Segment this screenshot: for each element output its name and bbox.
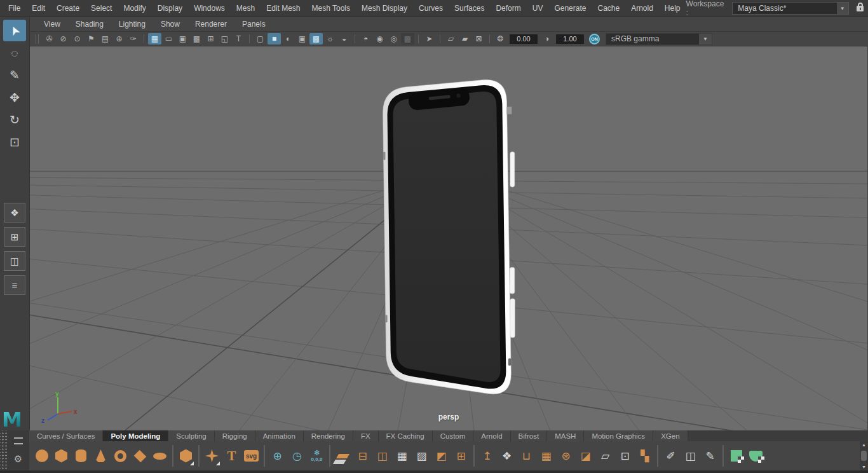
select-camera-icon[interactable]: ✇ bbox=[43, 33, 56, 45]
depth-of-field-icon[interactable]: ▩ bbox=[401, 33, 414, 45]
image-plane-icon[interactable]: ▤ bbox=[98, 33, 112, 45]
poly-cone-icon[interactable] bbox=[91, 443, 111, 469]
shelf-tab-motion-graphics[interactable]: Motion Graphics bbox=[584, 430, 653, 441]
safe-title-icon[interactable]: T bbox=[232, 33, 245, 45]
duplicate-face-icon[interactable]: ▱ bbox=[595, 443, 615, 469]
menu-mesh-display[interactable]: Mesh Display bbox=[356, 0, 413, 17]
grease-pencil-icon[interactable]: ✑ bbox=[126, 33, 140, 45]
smooth-icon[interactable]: ▦ bbox=[392, 443, 412, 469]
multi-cut-center-icon[interactable]: ⊡ bbox=[615, 443, 635, 469]
anti-alias-icon[interactable]: ◎ bbox=[387, 33, 400, 45]
assign-lambert-material-icon[interactable] bbox=[726, 443, 746, 469]
menu-mesh[interactable]: Mesh bbox=[231, 0, 261, 17]
menu-arnold[interactable]: Arnold bbox=[625, 0, 659, 17]
quadrangulate-icon[interactable]: ⊞ bbox=[451, 443, 471, 469]
reduce-icon[interactable]: ▨ bbox=[412, 443, 431, 469]
phone-model[interactable] bbox=[383, 80, 515, 394]
scroll-thumb[interactable] bbox=[861, 451, 867, 461]
grid-icon[interactable]: ▦ bbox=[148, 33, 161, 45]
shelf-drag-handle[interactable] bbox=[0, 430, 7, 470]
two-d-pan-zoom-icon[interactable]: ⊕ bbox=[112, 33, 126, 45]
bookmark-icon[interactable]: ⚑ bbox=[85, 33, 98, 45]
shelf-gear-icon[interactable]: ⚙ bbox=[14, 454, 22, 463]
paint-select-tool[interactable]: ✎ bbox=[3, 64, 26, 86]
menu-deform[interactable]: Deform bbox=[490, 0, 526, 17]
shelf-tab-xgen[interactable]: XGen bbox=[653, 430, 688, 441]
shelf-tab-curves-surfaces[interactable]: Curves / Surfaces bbox=[29, 430, 103, 441]
shelf-tab-sculpting[interactable]: Sculpting bbox=[168, 430, 214, 441]
two-pane-layout[interactable]: ◫ bbox=[4, 251, 25, 271]
menu-edit[interactable]: Edit bbox=[26, 0, 51, 17]
xray-active-icon[interactable]: ▰ bbox=[458, 33, 471, 45]
shelf-tab-rigging[interactable]: Rigging bbox=[215, 430, 255, 441]
shelf-tab-fx-caching[interactable]: FX Caching bbox=[379, 430, 433, 441]
poly-torus-icon[interactable] bbox=[111, 443, 130, 469]
exposure-field[interactable]: 0.00 bbox=[510, 34, 538, 44]
lasso-tool[interactable]: ◌ bbox=[3, 42, 26, 64]
panel-menu-renderer[interactable]: Renderer bbox=[187, 20, 234, 29]
quad-draw-icon[interactable]: ✐ bbox=[661, 443, 681, 469]
poly-cube-icon[interactable] bbox=[51, 443, 71, 469]
shelf-tab-custom[interactable]: Custom bbox=[433, 430, 474, 441]
append-facet-icon[interactable]: ▚ bbox=[635, 443, 654, 469]
menu-file[interactable]: File bbox=[3, 0, 26, 17]
camera-attributes-icon[interactable]: ⊙ bbox=[71, 33, 84, 45]
isolate-select-icon[interactable]: ➤ bbox=[423, 33, 436, 45]
panel-menu-panels[interactable]: Panels bbox=[234, 20, 273, 29]
menu-windows[interactable]: Windows bbox=[188, 0, 231, 17]
textured-shaded-icon[interactable]: ◐ bbox=[281, 33, 295, 45]
single-pane-layout[interactable]: ❖ bbox=[4, 203, 25, 223]
contrast-field[interactable]: 1.00 bbox=[556, 34, 584, 44]
lock-icon[interactable] bbox=[857, 6, 864, 11]
lighting-icon[interactable]: ☼ bbox=[323, 33, 337, 45]
project-curve-icon[interactable]: ◪ bbox=[576, 443, 595, 469]
shelf-menu-icon[interactable] bbox=[14, 437, 23, 444]
menu-generate[interactable]: Generate bbox=[548, 0, 592, 17]
xray-icon[interactable]: ▱ bbox=[444, 33, 458, 45]
contrast-icon[interactable]: ◑ bbox=[540, 33, 553, 45]
shelf-tab-animation[interactable]: Animation bbox=[255, 430, 304, 441]
menu-create[interactable]: Create bbox=[51, 0, 85, 17]
shelf-tab-rendering[interactable]: Rendering bbox=[304, 430, 353, 441]
poly-cylinder-icon[interactable] bbox=[71, 443, 91, 469]
combine-icon[interactable] bbox=[333, 443, 353, 469]
shelf-scrollbar[interactable]: ▲ ▼ bbox=[860, 441, 868, 470]
motion-blur-icon[interactable]: ◉ bbox=[373, 33, 386, 45]
move-tool[interactable]: ✥ bbox=[3, 86, 26, 108]
scale-tool[interactable]: ⊡ bbox=[3, 131, 26, 153]
scroll-down-icon[interactable]: ▼ bbox=[862, 465, 866, 469]
panel-menu-lighting[interactable]: Lighting bbox=[111, 20, 153, 29]
field-chart-icon[interactable]: ⊞ bbox=[204, 33, 217, 45]
assign-blinn-material-icon[interactable] bbox=[746, 443, 766, 469]
shelf-tab-arnold[interactable]: Arnold bbox=[473, 430, 510, 441]
gamma-on-toggle[interactable]: ON bbox=[589, 34, 600, 45]
extrude-icon[interactable]: ↥ bbox=[477, 443, 497, 469]
xray-joints-icon[interactable]: ⊠ bbox=[472, 33, 485, 45]
lock-camera-icon[interactable]: ⊘ bbox=[57, 33, 70, 45]
shelf-tab-bifrost[interactable]: Bifrost bbox=[511, 430, 548, 441]
menu-modify[interactable]: Modify bbox=[118, 0, 151, 17]
center-pivot-icon[interactable]: ⊕ bbox=[268, 443, 287, 469]
menu-curves[interactable]: Curves bbox=[413, 0, 449, 17]
bevel-icon[interactable]: ❖ bbox=[497, 443, 517, 469]
menu-help[interactable]: Help bbox=[659, 0, 686, 17]
gamma-dropdown[interactable]: sRGB gamma▼ bbox=[606, 33, 712, 45]
panel-menu-shading[interactable]: Shading bbox=[68, 20, 111, 29]
bridge-icon[interactable]: ⊔ bbox=[517, 443, 536, 469]
mirror-icon[interactable]: ◫ bbox=[372, 443, 392, 469]
sweep-mesh-icon[interactable] bbox=[202, 443, 222, 469]
menu-edit-mesh[interactable]: Edit Mesh bbox=[261, 0, 306, 17]
menu-select[interactable]: Select bbox=[85, 0, 118, 17]
workspace-dropdown[interactable]: Maya Classic* ▼ bbox=[732, 2, 848, 15]
shaded-icon[interactable]: ■ bbox=[268, 33, 281, 45]
multi-cut-icon[interactable]: ✎ bbox=[700, 443, 720, 469]
outliner-layout[interactable]: ≡ bbox=[4, 275, 25, 295]
shelf-tab-mash[interactable]: MASH bbox=[547, 430, 584, 441]
viewport-3d[interactable]: y x z persp bbox=[30, 46, 868, 430]
shelf-tab-poly-modeling[interactable]: Poly Modeling bbox=[103, 430, 168, 441]
add-divisions-icon[interactable]: ▦ bbox=[536, 443, 556, 469]
triangulate-icon[interactable]: ◩ bbox=[431, 443, 451, 469]
svg-icon[interactable]: svg bbox=[241, 443, 261, 469]
freeze-transform-icon[interactable]: ✻0,0,0 bbox=[307, 443, 327, 469]
delete-history-icon[interactable]: ◷ bbox=[287, 443, 307, 469]
